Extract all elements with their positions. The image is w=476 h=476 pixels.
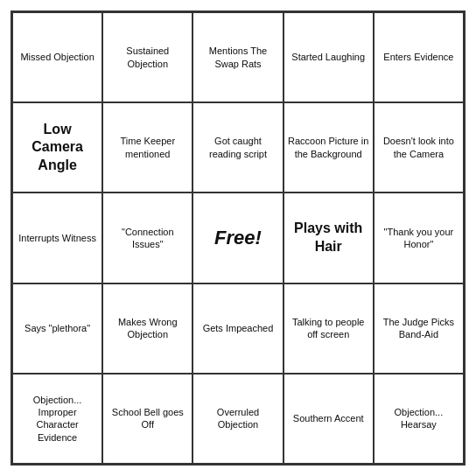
bingo-cell-r4c1[interactable]: School Bell goes Off	[102, 374, 192, 464]
bingo-cell-r0c0[interactable]: Missed Objection	[12, 12, 102, 102]
bingo-cell-r0c1[interactable]: Sustained Objection	[102, 12, 192, 102]
bingo-cell-r0c4[interactable]: Enters Evidence	[374, 12, 464, 102]
bingo-cell-r0c2[interactable]: Mentions The Swap Rats	[192, 12, 283, 102]
bingo-cell-r4c4[interactable]: Objection... Hearsay	[374, 374, 464, 464]
bingo-cell-r3c0[interactable]: Says "plethora"	[12, 284, 102, 374]
bingo-cell-r1c1[interactable]: Time Keeper mentioned	[102, 102, 192, 192]
bingo-cell-r4c0[interactable]: Objection... Improper Character Evidence	[12, 374, 102, 464]
bingo-cell-r2c4[interactable]: "Thank you your Honor"	[374, 192, 464, 283]
bingo-card: Missed ObjectionSustained ObjectionMenti…	[10, 10, 466, 466]
bingo-cell-r0c3[interactable]: Started Laughing	[284, 12, 374, 102]
bingo-cell-r1c4[interactable]: Doesn't look into the Camera	[374, 102, 464, 192]
bingo-cell-r4c3[interactable]: Southern Accent	[284, 374, 374, 464]
bingo-cell-r4c2[interactable]: Overruled Objection	[192, 374, 283, 464]
bingo-cell-r3c3[interactable]: Talking to people off screen	[284, 284, 374, 374]
bingo-cell-r1c3[interactable]: Raccoon Picture in the Background	[284, 102, 374, 192]
bingo-cell-r3c1[interactable]: Makes Wrong Objection	[102, 284, 192, 374]
bingo-cell-r3c2[interactable]: Gets Impeached	[192, 284, 283, 374]
bingo-cell-r2c2[interactable]: Free!	[192, 192, 283, 283]
bingo-cell-r3c4[interactable]: The Judge Picks Band-Aid	[374, 284, 464, 374]
bingo-cell-r2c3[interactable]: Plays with Hair	[284, 192, 374, 283]
bingo-cell-r2c1[interactable]: "Connection Issues"	[102, 192, 192, 283]
bingo-cell-r1c0[interactable]: Low Camera Angle	[12, 102, 102, 192]
bingo-cell-r1c2[interactable]: Got caught reading script	[192, 102, 283, 192]
bingo-cell-r2c0[interactable]: Interrupts Witness	[12, 192, 102, 283]
